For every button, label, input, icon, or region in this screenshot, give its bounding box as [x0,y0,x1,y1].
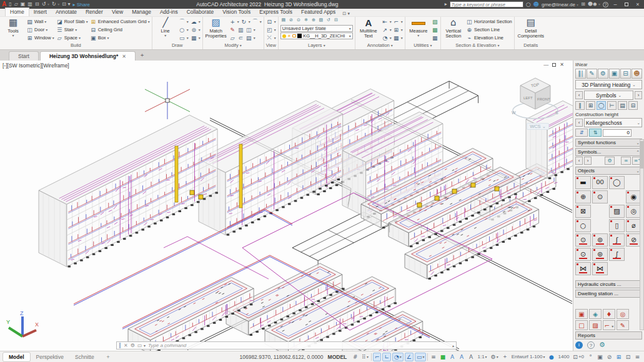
layer-freeze-icon[interactable]: ❄ [303,17,309,23]
layout-tab-perspektive[interactable]: Perspektive [31,353,69,361]
autocad-logo-icon[interactable]: A [2,1,6,7]
community-icon[interactable]: ☻☻ ▾ [588,2,600,7]
open-icon[interactable]: ▱ [14,2,18,7]
level-above-button[interactable]: ⇅ [589,129,602,137]
space-button[interactable]: ▱Space▾ [56,34,88,42]
customization-icon[interactable]: ≡ [633,353,642,361]
symbols-bar[interactable]: Symbols...⌃ [575,148,642,156]
tab-annotate[interactable]: Annotate [51,8,81,16]
plot-icon[interactable]: ⊟ [35,2,39,7]
annotation-icon[interactable]: A [467,353,475,361]
search-expand-icon[interactable]: ▸ [445,2,447,7]
selection-cycling-icon[interactable]: ■ [438,353,447,361]
window-button[interactable]: ⊞Window▾ [26,34,54,42]
symbols-prev-button[interactable]: ‹ [575,157,583,165]
binoculars-icon[interactable]: ∞ [621,157,631,165]
toggle-circle-icon[interactable]: ◯ [597,101,606,110]
coordinates-readout[interactable]: 106982.9370, 118062.6122, 0.0000 [239,354,323,360]
object-boiler[interactable]: ▯ [609,219,625,232]
annotation-scale-button[interactable]: 1:1▾ [476,353,488,361]
line-button[interactable]: ╱Line▾ [154,17,177,37]
layer-state-dropdown[interactable]: Unsaved Layer State▾ [280,25,353,32]
grid-anno-button[interactable]: ▦ [393,35,400,41]
edit-icon[interactable]: ✎ [587,69,597,79]
layer-lock-icon[interactable]: ⊕ [310,17,317,23]
object-ring-line[interactable]: ◯ [609,176,625,189]
isolate-icon[interactable]: ⊘ [605,353,613,361]
stair-button[interactable]: ☰Stair▾ [56,26,88,34]
layer-dropdown[interactable]: ☀KG__H_3D_ZEICHI▾ [280,32,353,39]
signed-in-user[interactable]: gme@linear.de ▾ [542,2,578,7]
table-button[interactable]: ⊞ [393,27,400,33]
category-prev-button[interactable]: ‹ [575,91,583,99]
tools-icon[interactable]: ⚙ [598,69,608,79]
model-space-button[interactable]: MODEL [325,353,350,361]
polar-tracking-icon[interactable]: ◔▾ [392,353,404,361]
tools-button[interactable]: ▦Tools▾ [2,17,24,37]
wall-button[interactable]: ▤Wall▾ [26,17,54,26]
reports-bar[interactable]: Reports [575,331,642,340]
tab-view[interactable]: View [107,8,127,16]
ellipse-button[interactable]: ⊜▾ [191,26,201,34]
ribbon-minimize-icon[interactable]: ⊡ ▾ [342,11,350,16]
multiline-text-button[interactable]: AMultiline Text [357,17,380,39]
symbol-settings-icon[interactable]: ⚙ [605,157,615,165]
elevation-line-button[interactable]: ⌁Elevation Line [466,34,512,42]
minimize-button[interactable]: – [611,1,620,7]
command-grip[interactable]: ‖ [119,343,121,348]
help-icon[interactable]: ? [603,2,608,7]
info-icon[interactable]: i [575,341,583,349]
tab-featured-apps[interactable]: Featured Apps [297,8,340,16]
shield-icon[interactable]: ♦ [603,309,615,319]
hatch-button[interactable]: ▦▾ [191,34,201,42]
search-icon[interactable]: ○ [526,2,531,7]
object-pump-group[interactable]: ⊕ [575,190,591,203]
object-regulating-valve[interactable]: ∫ [609,248,625,261]
match-properties-button[interactable]: ▨Match Properties [205,17,227,39]
geolocation-icon[interactable]: ● [548,353,556,361]
snap-icon[interactable]: ⠿▾ [360,353,370,361]
settings-sliders-icon[interactable]: ‖| [575,69,586,79]
layer-on-icon[interactable] [282,34,286,38]
viewcube-south-label[interactable]: S [555,110,558,115]
3d-wireframe-drawing[interactable] [0,61,573,351]
mirror-button[interactable]: ◫ [245,27,252,33]
panel-label-build[interactable]: Build [2,42,150,49]
box-button[interactable]: ▣Box▾ [90,34,150,42]
object-check-valve-right[interactable]: ⋈ [575,262,591,275]
toggle-valve-icon[interactable]: ⊢ [607,101,617,110]
paint-tool-icon[interactable]: ✎ [617,320,629,330]
object-radiator[interactable]: ▬ [575,176,591,189]
object-shutoff-diagonal[interactable]: ▨ [609,205,625,218]
tab-insert[interactable]: Insert [29,8,51,16]
tab-home[interactable]: Home [5,7,29,16]
calculator-button[interactable]: ▦ [432,34,438,42]
file-tab-start[interactable]: Start [9,51,39,61]
fillet-button[interactable]: ⌒ [252,17,259,26]
command-customize-icon[interactable]: ⚙ [131,343,135,348]
layer-thaw-icon[interactable]: ☀ [287,34,291,39]
zone-rect-icon[interactable]: □ [575,320,588,330]
annotation-add-icon[interactable]: ＋ [501,353,509,361]
viewcube-left-face[interactable]: LEFT [523,96,533,100]
move-button[interactable]: +▾↻▾⌒▾ [229,17,262,26]
quickcalc-button[interactable]: ▩ [432,26,438,34]
layer-prev-icon[interactable]: ↺ [325,17,332,23]
layer-color-swatch[interactable] [297,34,302,38]
layer-off-icon[interactable]: ⊘ [288,17,294,23]
user-icon[interactable]: ☻ [632,69,642,79]
command-close-icon[interactable]: ✕ [124,343,128,348]
edit-zone-icon[interactable]: ▨ [589,320,602,330]
offset-button[interactable]: ▱⊂▤▾ [229,34,262,42]
object-expansion-vessel[interactable]: ○ [575,219,591,232]
layer-state-icon[interactable]: ⊟ [333,17,339,23]
section-line-button[interactable]: ⊕Section Line [466,26,512,34]
doc-close-icon[interactable]: ✕ [560,62,564,67]
category-dropdown[interactable]: Symbols⌄ [584,90,633,100]
heating-area-icon[interactable]: ▣ [575,309,588,319]
infer-constraints-icon[interactable]: ⌐ [373,353,382,361]
wipeout-button[interactable]: ◔▾▦▾ [382,34,403,42]
planning-mode-dropdown[interactable]: 3D Planning Heating⌄ [575,80,642,89]
drawing-viewport[interactable]: [-][SW Isometric][Wireframe] — ✕ W S TOP… [0,61,573,351]
object-pump-twin-2[interactable]: ⊚ [592,248,608,261]
